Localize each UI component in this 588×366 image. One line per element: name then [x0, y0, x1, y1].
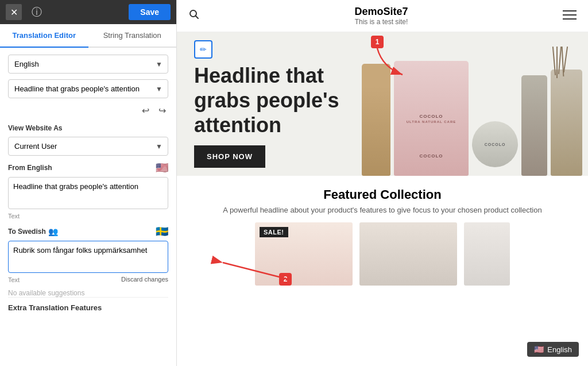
- from-english-label: From English: [8, 164, 52, 172]
- site-header: DemoSite7 This is a test site!: [177, 0, 588, 32]
- sweden-flag: 🇸🇪: [156, 225, 168, 238]
- product-card-1: SALE!: [255, 222, 353, 286]
- extra-features-label: Extra Translation Features: [8, 297, 168, 314]
- save-button[interactable]: Save: [129, 4, 171, 20]
- lang-pill-label: English: [547, 345, 572, 354]
- annotation-badge-2: 2: [279, 273, 292, 286]
- hero-content: ✏ Headline that grabs people's attention…: [194, 40, 378, 168]
- from-english-type: Text: [8, 213, 168, 219]
- view-website-as-section: View Website As Current UserVisitorAdmin…: [8, 124, 168, 156]
- site-subtitle: This is a test site!: [354, 18, 408, 26]
- to-swedish-label-group: To Swedish 👥: [8, 227, 58, 236]
- featured-title: Featured Collection: [188, 187, 577, 202]
- product-jar-small: COCOLO: [472, 121, 518, 167]
- collab-icon: 👥: [48, 227, 58, 236]
- to-swedish-type: Text: [8, 276, 20, 283]
- right-panel: DemoSite7 This is a test site! 1 ✏: [177, 0, 588, 366]
- left-panel: ✕ ⓘ Save Translation Editor String Trans…: [0, 0, 177, 366]
- language-select[interactable]: EnglishSwedishFrenchGerman: [8, 55, 168, 74]
- suggestions-label: No available suggestions: [8, 289, 168, 297]
- us-flag: 🇺🇸: [156, 161, 168, 174]
- svg-line-1: [196, 16, 199, 19]
- hamburger-icon: [563, 10, 577, 20]
- from-english-textarea[interactable]: [8, 177, 168, 209]
- to-swedish-header: To Swedish 👥 🇸🇪: [8, 225, 168, 238]
- product-card-2: [359, 222, 457, 286]
- featured-description: A powerful headline about your product's…: [210, 206, 555, 214]
- language-pill[interactable]: 🇺🇸 English: [527, 342, 579, 357]
- annotation-1: 1: [371, 36, 384, 48]
- tab-translation-editor[interactable]: Translation Editor: [0, 24, 88, 48]
- redo-button[interactable]: ↪: [156, 104, 168, 117]
- site-title: DemoSite7: [354, 6, 408, 18]
- hero-section: ✏ Headline that grabs people's attention…: [177, 32, 588, 176]
- product-jar-pink: COCOLO ULTRA NATURAL CARE COCOLO: [394, 61, 469, 176]
- edit-icon-button[interactable]: ✏: [194, 40, 212, 59]
- shop-now-button[interactable]: SHOP NOW: [194, 145, 265, 168]
- language-dropdown-wrapper: EnglishSwedishFrenchGerman ▼: [8, 55, 168, 74]
- search-icon: [188, 9, 200, 20]
- top-bar: ✕ ⓘ Save: [0, 0, 176, 24]
- view-as-select[interactable]: Current UserVisitorAdmin: [8, 137, 168, 156]
- sale-badge: SALE!: [260, 227, 288, 237]
- annotation-2: 2: [279, 273, 292, 286]
- product-diffuser: [551, 70, 582, 176]
- product-card-3: [464, 222, 510, 286]
- hamburger-button[interactable]: [563, 9, 577, 22]
- to-swedish-section: To Swedish 👥 🇸🇪 Text Discard changes: [8, 225, 168, 283]
- panel-body: EnglishSwedishFrenchGerman ▼ Headline th…: [0, 48, 176, 366]
- tabs-bar: Translation Editor String Translation: [0, 24, 176, 48]
- text-dropdown-wrapper: Headline that grabs people's attention ▼: [8, 79, 168, 98]
- info-button[interactable]: ⓘ: [29, 4, 45, 20]
- search-button[interactable]: [188, 9, 200, 23]
- close-button[interactable]: ✕: [6, 4, 22, 20]
- hero-headline: Headline that grabs people's attention: [194, 63, 378, 138]
- tab-string-translation[interactable]: String Translation: [88, 24, 177, 47]
- view-website-as-label: View Website As: [8, 124, 168, 132]
- discard-changes-link[interactable]: Discard changes: [121, 276, 168, 283]
- pencil-icon: ✏: [200, 45, 207, 54]
- to-swedish-textarea[interactable]: [8, 241, 168, 273]
- featured-section: Featured Collection A powerful headline …: [177, 176, 588, 291]
- swedish-footer: Text Discard changes: [8, 275, 168, 283]
- from-english-section: From English 🇺🇸 Text: [8, 161, 168, 219]
- text-select[interactable]: Headline that grabs people's attention: [8, 79, 168, 98]
- from-english-header: From English 🇺🇸: [8, 161, 168, 174]
- site-header-center: DemoSite7 This is a test site!: [354, 6, 408, 26]
- product-bottle-2: [521, 75, 547, 176]
- product-cards-row: SALE!: [188, 222, 577, 286]
- to-swedish-label: To Swedish: [8, 228, 46, 236]
- view-as-dropdown-wrapper: Current UserVisitorAdmin ▼: [8, 137, 168, 156]
- undo-button[interactable]: ↩: [140, 104, 152, 117]
- lang-pill-flag: 🇺🇸: [534, 345, 544, 354]
- annotation-badge-1: 1: [371, 36, 384, 48]
- undo-redo-bar: ↩ ↪: [8, 104, 168, 117]
